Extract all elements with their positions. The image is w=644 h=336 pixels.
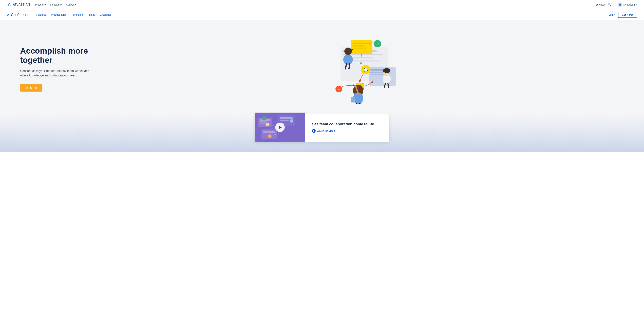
product-guide-link[interactable]: Product guide [51, 13, 67, 16]
svg-point-51 [290, 119, 294, 123]
products-chevron-icon: ▾ [45, 4, 46, 5]
watch-play-triangle [313, 130, 315, 132]
enterprise-link[interactable]: Enterprise [100, 13, 111, 16]
search-button[interactable]: 🔍 [607, 2, 612, 7]
templates-link[interactable]: Templates [71, 13, 83, 16]
for-teams-link[interactable]: For teams ▾ [50, 3, 62, 6]
watch-video-link[interactable]: Watch the video [312, 129, 374, 133]
svg-line-26 [349, 64, 350, 69]
watch-play-icon [312, 129, 316, 133]
confluence-nav-left: ✕ Confluence Features Product guide Temp… [7, 12, 112, 17]
confluence-nav-right: Log in Get it free [608, 11, 637, 18]
my-account-button[interactable]: 👤 My account ▾ [618, 2, 637, 7]
svg-text:✏: ✏ [338, 88, 340, 91]
svg-line-38 [354, 103, 356, 104]
svg-rect-12 [352, 47, 366, 49]
svg-point-28 [383, 68, 390, 73]
for-teams-chevron-icon: ▾ [61, 4, 62, 5]
svg-rect-47 [280, 120, 289, 121]
hero-title: Accomplish more together [20, 46, 98, 65]
svg-text:💬: 💬 [364, 68, 368, 72]
svg-line-32 [388, 83, 388, 88]
svg-rect-9 [350, 40, 372, 54]
svg-text:↗: ↗ [376, 42, 379, 45]
svg-text:✓: ✓ [263, 117, 265, 120]
features-link[interactable]: Features [36, 13, 46, 16]
svg-rect-37 [350, 97, 355, 102]
login-button[interactable]: Log in [608, 13, 616, 16]
play-button[interactable] [275, 123, 285, 132]
confluence-navigation: ✕ Confluence Features Product guide Temp… [0, 9, 644, 20]
svg-rect-11 [352, 45, 364, 46]
svg-rect-46 [280, 117, 292, 119]
svg-rect-10 [352, 43, 368, 44]
support-link[interactable]: Support ▾ [66, 3, 76, 6]
top-nav-right: Buy now 🔍 👤 My account ▾ [596, 2, 637, 7]
account-chevron-icon: ▾ [636, 4, 637, 5]
svg-point-23 [343, 54, 353, 65]
confluence-name: Confluence [11, 12, 30, 17]
nav-divider [615, 3, 615, 7]
video-section: ✓ See team collaboration come to life Wa… [0, 114, 644, 152]
hero-section: Accomplish more together Confluence is y… [0, 20, 644, 114]
svg-rect-43 [260, 121, 267, 122]
support-chevron-icon: ▾ [75, 4, 76, 5]
svg-line-25 [346, 64, 346, 69]
top-navigation: ATLASSIAN Products ▾ For teams ▾ Support… [0, 0, 644, 9]
svg-point-52 [268, 134, 272, 138]
search-icon: 🔍 [608, 3, 612, 6]
video-info: See team collaboration come to life Watc… [305, 117, 381, 138]
atlassian-logo-text: ATLASSIAN [13, 3, 30, 6]
account-avatar-icon: 👤 [618, 2, 622, 7]
play-icon [279, 126, 282, 129]
video-card: ✓ See team collaboration come to life Wa… [255, 113, 389, 142]
watch-video-label: Watch the video [317, 129, 335, 132]
svg-rect-49 [263, 131, 275, 133]
video-thumbnail[interactable]: ✓ [255, 113, 305, 142]
confluence-nav-links: Features Product guide Templates Pricing… [36, 13, 111, 16]
confluence-logo[interactable]: ✕ Confluence [7, 12, 30, 17]
hero-illustration: ↗ 💬 ✓ ✏ [98, 33, 624, 104]
confluence-x-icon: ✕ [7, 13, 10, 17]
hero-cta-button[interactable]: Get it free [20, 84, 42, 92]
products-link[interactable]: Products ▾ [35, 3, 46, 6]
buy-now-link[interactable]: Buy now [596, 3, 605, 6]
svg-point-50 [266, 123, 269, 126]
atlassian-logo[interactable]: ATLASSIAN [7, 2, 30, 7]
top-nav-left: ATLASSIAN Products ▾ For teams ▾ Support… [7, 2, 76, 7]
hero-content: Accomplish more together Confluence is y… [20, 46, 98, 92]
hero-subtitle: Confluence is your remote-friendly team … [20, 69, 98, 78]
hero-illustration-svg: ↗ 💬 ✓ ✏ [317, 33, 404, 104]
get-it-free-button[interactable]: Get it free [618, 11, 637, 18]
video-title: See team collaboration come to life [312, 122, 374, 126]
svg-line-39 [360, 103, 361, 104]
pricing-link[interactable]: Pricing [88, 13, 95, 16]
top-nav-links: Products ▾ For teams ▾ Support ▾ [35, 3, 76, 6]
